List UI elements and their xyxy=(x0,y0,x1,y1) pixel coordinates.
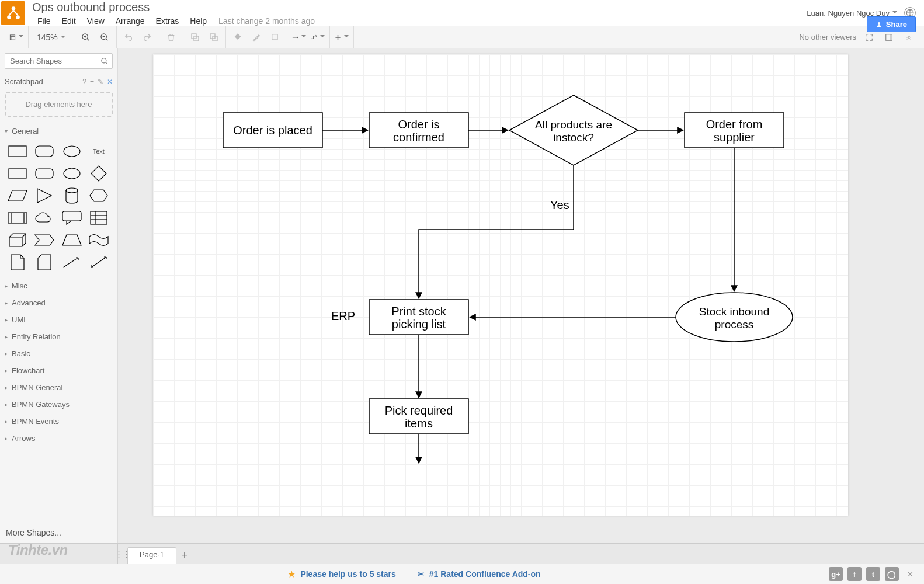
github-icon[interactable]: ◯ xyxy=(885,567,899,581)
shape-diamond[interactable] xyxy=(88,165,109,182)
to-front-button[interactable] xyxy=(188,30,202,44)
scratchpad-dropzone[interactable]: Drag elements here xyxy=(5,92,113,117)
footer-rate-label: Please help us to 5 stars xyxy=(300,569,395,579)
shape-text[interactable]: Text xyxy=(88,143,109,159)
shape-line-arrow[interactable] xyxy=(61,254,82,270)
category-advanced[interactable]: Advanced xyxy=(0,294,117,311)
node-pick-items[interactable]: Pick requireditems xyxy=(369,399,468,434)
shape-trapezoid[interactable] xyxy=(61,232,82,248)
menu-view[interactable]: View xyxy=(82,15,110,27)
svg-point-4 xyxy=(878,22,880,25)
connection-button[interactable] xyxy=(292,30,306,44)
category-misc[interactable]: Misc xyxy=(0,277,117,294)
twitter-icon[interactable]: t xyxy=(866,567,880,581)
svg-point-31 xyxy=(66,188,78,193)
scratchpad-close-icon[interactable]: ✕ xyxy=(107,78,113,86)
category-entity[interactable]: Entity Relation xyxy=(0,328,117,345)
category-bpmn-gateways[interactable]: BPMN Gateways xyxy=(0,396,117,413)
edge-yes[interactable] xyxy=(419,165,574,298)
shape-step[interactable] xyxy=(34,232,55,248)
category-flowchart[interactable]: Flowchart xyxy=(0,362,117,379)
page-layout-button[interactable] xyxy=(9,30,23,44)
node-print-picking[interactable]: Print stockpicking list xyxy=(369,300,468,335)
page-tab-1[interactable]: Page-1 xyxy=(127,547,176,564)
svg-rect-28 xyxy=(9,169,26,178)
shape-ellipse2[interactable] xyxy=(61,165,82,182)
svg-rect-29 xyxy=(36,169,53,178)
category-bpmn-events[interactable]: BPMN Events xyxy=(0,413,117,430)
delete-button[interactable] xyxy=(164,30,178,44)
line-color-button[interactable] xyxy=(249,30,263,44)
more-shapes-button[interactable]: More Shapes... xyxy=(0,522,117,543)
drawing-canvas[interactable]: Order is placed Order isconfirmed All pr… xyxy=(153,54,848,516)
scratchpad-add-icon[interactable]: + xyxy=(90,78,94,86)
collapse-icon[interactable] xyxy=(902,30,916,44)
shape-process[interactable] xyxy=(7,210,28,226)
scratchpad-help-icon[interactable]: ? xyxy=(82,78,86,86)
category-arrows[interactable]: Arrows xyxy=(0,430,117,447)
redo-button[interactable] xyxy=(140,30,154,44)
footer-close-icon[interactable]: ✕ xyxy=(904,570,917,579)
shape-cube[interactable] xyxy=(7,232,28,248)
zoom-level[interactable]: 145% xyxy=(33,33,69,42)
shape-callout[interactable] xyxy=(61,210,82,226)
search-shapes-input[interactable] xyxy=(5,53,113,69)
svg-point-0 xyxy=(11,6,15,11)
shadow-button[interactable] xyxy=(268,30,282,44)
shape-table[interactable] xyxy=(88,210,109,226)
document-title[interactable]: Ops outbound process xyxy=(32,0,807,14)
scratchpad-edit-icon[interactable]: ✎ xyxy=(98,78,103,86)
format-panel-icon[interactable] xyxy=(882,30,896,44)
shape-cloud[interactable] xyxy=(34,210,55,226)
menu-arrange[interactable]: Arrange xyxy=(110,15,150,27)
zoom-in-button[interactable] xyxy=(79,30,93,44)
node-instock-decision[interactable]: All products areinstock? xyxy=(509,95,638,165)
fullscreen-icon[interactable] xyxy=(862,30,876,44)
shape-rectangle[interactable] xyxy=(7,143,28,159)
share-button[interactable]: Share xyxy=(867,16,916,32)
shape-bidir-arrow[interactable] xyxy=(88,254,109,270)
shape-tape[interactable] xyxy=(88,232,109,248)
shape-card[interactable] xyxy=(34,254,55,270)
to-back-button[interactable] xyxy=(207,30,221,44)
shape-note[interactable] xyxy=(7,254,28,270)
category-bpmn-general[interactable]: BPMN General xyxy=(0,379,117,396)
add-page-button[interactable]: + xyxy=(176,547,193,564)
shape-parallelogram[interactable] xyxy=(7,187,28,204)
app-logo[interactable] xyxy=(1,1,25,25)
category-uml[interactable]: UML xyxy=(0,311,117,328)
shape-rounded[interactable] xyxy=(34,143,55,159)
svg-rect-26 xyxy=(36,146,53,157)
undo-button[interactable] xyxy=(121,30,136,44)
last-change-label: Last change 2 months ago xyxy=(213,15,320,27)
shape-triangle[interactable] xyxy=(34,187,55,204)
zoom-out-button[interactable] xyxy=(98,30,112,44)
menu-file[interactable]: File xyxy=(32,15,56,27)
insert-button[interactable] xyxy=(335,30,349,44)
footer-rated[interactable]: ✂ #1 Rated Confluence Add-on xyxy=(407,569,551,579)
shape-rect2[interactable] xyxy=(7,165,28,182)
node-order-supplier[interactable]: Order fromsupplier xyxy=(685,113,784,148)
shape-rounded2[interactable] xyxy=(34,165,55,182)
footer-rate[interactable]: ★ Please help us to 5 stars xyxy=(277,569,406,579)
category-general[interactable]: General xyxy=(0,123,117,140)
node-order-confirmed[interactable]: Order isconfirmed xyxy=(369,113,468,148)
facebook-icon[interactable]: f xyxy=(847,567,862,581)
menu-edit[interactable]: Edit xyxy=(57,15,81,27)
shape-cylinder[interactable] xyxy=(61,187,82,204)
general-shapes-grid: Text xyxy=(0,140,117,277)
waypoint-button[interactable] xyxy=(311,30,325,44)
shape-ellipse[interactable] xyxy=(61,143,82,159)
category-basic[interactable]: Basic xyxy=(0,345,117,362)
pages-handle-icon[interactable]: ⋮⋮ xyxy=(118,544,127,564)
menu-help[interactable]: Help xyxy=(185,15,212,27)
menu-extras[interactable]: Extras xyxy=(151,15,185,27)
label-erp: ERP xyxy=(331,310,355,322)
node-stock-inbound[interactable]: Stock inboundprocess xyxy=(676,293,793,342)
shape-hexagon[interactable] xyxy=(88,187,109,204)
canvas-area[interactable]: Order is placed Order isconfirmed All pr… xyxy=(118,48,924,543)
header-bar: Ops outbound process File Edit View Arra… xyxy=(0,0,924,26)
googleplus-icon[interactable]: g+ xyxy=(829,567,843,581)
fill-color-button[interactable] xyxy=(231,30,245,44)
node-order-placed[interactable]: Order is placed xyxy=(223,113,322,148)
